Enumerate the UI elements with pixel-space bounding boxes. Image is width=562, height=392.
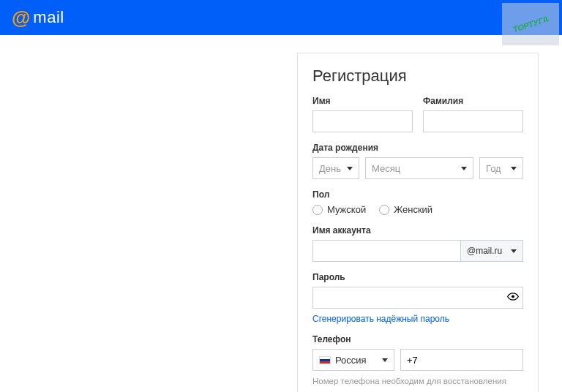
radio-icon — [379, 205, 389, 215]
radio-icon — [312, 205, 323, 215]
brand-logo: @ mail — [12, 7, 64, 29]
account-label: Имя аккаунта — [312, 225, 523, 235]
phone-input[interactable] — [400, 349, 523, 371]
last-name-label: Фамилия — [423, 96, 523, 106]
registration-card: Регистрация Имя Фамилия Дата рождения Де… — [297, 53, 539, 392]
dob-label: Дата рождения — [312, 143, 523, 153]
chevron-down-icon — [511, 249, 517, 253]
country-select[interactable]: Россия — [312, 349, 394, 371]
watermark-badge: ТОРТУГА — [502, 3, 559, 45]
generate-password-link[interactable]: Сгенерировать надёжный пароль — [312, 314, 449, 324]
dob-day-placeholder: День — [319, 163, 341, 174]
dob-year-select[interactable]: Год — [479, 157, 523, 179]
gender-male-radio[interactable]: Мужской — [312, 204, 366, 215]
chevron-down-icon — [347, 167, 353, 170]
dob-month-select[interactable]: Месяц — [365, 157, 473, 179]
chevron-down-icon — [461, 167, 467, 170]
phone-label: Телефон — [312, 334, 523, 344]
brand-text: mail — [33, 8, 64, 27]
app-header: @ mail — [0, 0, 562, 35]
svg-point-0 — [512, 295, 514, 298]
page-title: Регистрация — [312, 67, 523, 86]
password-label: Пароль — [312, 272, 523, 282]
last-name-input[interactable] — [423, 110, 523, 132]
content-area: Регистрация Имя Фамилия Дата рождения Де… — [0, 35, 562, 392]
chevron-down-icon — [382, 358, 388, 362]
domain-value: @mail.ru — [467, 246, 502, 256]
first-name-input[interactable] — [312, 110, 413, 132]
domain-select[interactable]: @mail.ru — [460, 240, 523, 262]
first-name-label: Имя — [312, 96, 413, 106]
russia-flag-icon — [319, 356, 331, 364]
dob-month-placeholder: Месяц — [372, 163, 400, 174]
dob-day-select[interactable]: День — [312, 157, 359, 179]
gender-male-label: Мужской — [327, 204, 366, 215]
eye-icon[interactable] — [507, 291, 519, 305]
gender-label: Пол — [312, 189, 523, 200]
phone-hint: Номер телефона необходим для восстановле… — [312, 375, 523, 392]
at-icon: @ — [12, 7, 30, 29]
watermark-text: ТОРТУГА — [512, 15, 550, 34]
country-value: Россия — [335, 355, 367, 366]
gender-female-radio[interactable]: Женский — [379, 204, 432, 215]
password-input[interactable] — [312, 287, 523, 309]
gender-female-label: Женский — [394, 204, 432, 215]
account-input[interactable] — [312, 240, 460, 262]
chevron-down-icon — [511, 167, 517, 170]
dob-year-placeholder: Год — [486, 163, 501, 174]
